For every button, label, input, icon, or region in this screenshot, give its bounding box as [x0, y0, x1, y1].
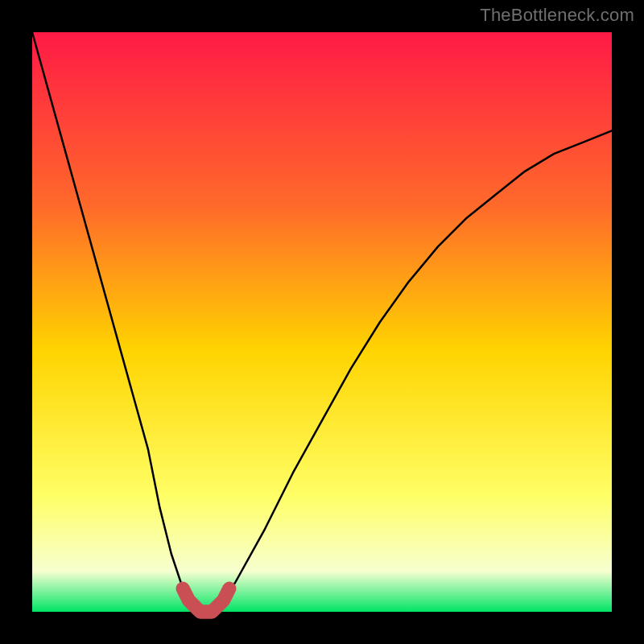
bottleneck-curve	[32, 32, 612, 612]
plot-area	[32, 32, 612, 612]
chart-frame: TheBottleneck.com	[0, 0, 644, 644]
curve-layer	[32, 32, 612, 612]
highlight-minimum	[183, 588, 229, 612]
watermark-text: TheBottleneck.com	[480, 5, 634, 26]
